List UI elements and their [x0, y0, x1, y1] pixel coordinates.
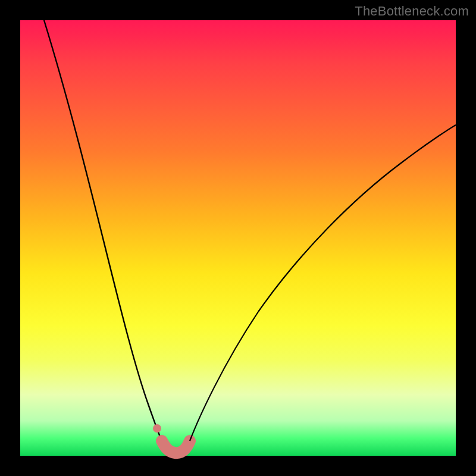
chart-frame: TheBottleneck.com	[0, 0, 476, 476]
plot-area	[20, 20, 456, 456]
curve-highlight	[162, 441, 190, 453]
highlight-dot	[153, 424, 161, 433]
curve-left	[44, 20, 162, 441]
curve-right	[190, 125, 456, 441]
watermark-text: TheBottleneck.com	[355, 4, 469, 19]
curve-svg	[20, 20, 456, 456]
